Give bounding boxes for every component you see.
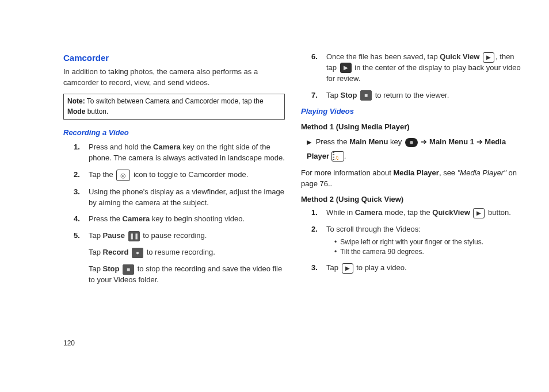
step-text: key to begin shooting video. [150, 214, 245, 223]
step-text: Tap [89, 264, 103, 273]
record-icon: ● [132, 248, 143, 258]
steps-list-recording: 1. Press and hold the Camera key on the … [63, 142, 285, 286]
media-player-icon [331, 151, 344, 162]
ref-text: For more information about [301, 168, 393, 177]
step-text: to resume recording. [147, 248, 215, 256]
arrow-1: ➔ [421, 137, 429, 146]
press-dot: . [344, 152, 346, 160]
step-text: Press and hold the [89, 143, 153, 151]
play-outline-icon: ▶ [473, 208, 485, 218]
step-text: While in [326, 208, 355, 217]
play-filled-icon: ▶ [340, 63, 352, 73]
play-outline-icon: ▶ [483, 52, 494, 63]
scroll-options-list: Swipe left or right with your finger or … [326, 237, 523, 258]
method-2-heading: Method 2 (Using Quick View) [301, 194, 523, 205]
right-column: 6. Once the file has been saved, tap Qui… [301, 52, 523, 291]
step-number: 3. [74, 187, 80, 198]
method-1-instruction: ▶ Press the Main Menu key ➔ Main Menu 1 … [307, 135, 523, 163]
method-1-heading: Method 1 (Using Media Player) [301, 122, 523, 133]
step-text: To scroll through the Videos: [326, 225, 421, 233]
step-5: 5. Tap Pause ❚❚ to pause recording. Tap … [77, 230, 285, 285]
step-text: Tap [89, 231, 103, 240]
stop-icon: ■ [360, 90, 372, 101]
step-number: 7. [311, 90, 318, 101]
subheading-playing: Playing Videos [301, 106, 523, 117]
step-number: 1. [311, 207, 318, 218]
step-5-stop-line: Tap Stop ■ to stop the recording and sav… [89, 264, 285, 286]
step-1: 1. Press and hold the Camera key on the … [77, 142, 285, 164]
note-text-2: button. [85, 107, 108, 116]
step-4: 4. Press the Camera key to begin shootin… [77, 214, 285, 225]
steps-list-quickview: 1. While in Camera mode, tap the QuickVi… [301, 207, 523, 274]
step-text: Tap [326, 91, 341, 99]
step-text: to return to the viewer. [375, 91, 449, 99]
pointer-icon: ▶ [307, 139, 311, 145]
step-5-record-line: Tap Record ● to resume recording. [89, 247, 285, 258]
subheading-recording: Recording a Video [63, 128, 285, 139]
section-heading-camcorder: Camcorder [63, 52, 285, 64]
note-mode-word: Mode [67, 107, 85, 116]
step-number: 1. [74, 142, 80, 153]
qv-step-1: 1. While in Camera mode, tap the QuickVi… [315, 207, 523, 218]
page-number: 120 [63, 339, 75, 347]
note-box: Note: To switch between Camera and Camco… [63, 94, 285, 120]
note-label: Note: [67, 97, 85, 105]
press-text: key [388, 137, 403, 146]
steps-list-continued: 6. Once the file has been saved, tap Qui… [301, 52, 523, 101]
qv-step-2: 2. To scroll through the Videos: Swipe l… [315, 224, 523, 258]
step-bold: Camera [123, 214, 150, 223]
step-bold: QuickView [432, 208, 470, 217]
step-bold: Camera [153, 143, 181, 151]
play-outline-icon: ▶ [342, 263, 353, 274]
step-bold: Pause [103, 231, 125, 240]
step-2: 2. Tap the ◎ icon to toggle to Camcorder… [77, 170, 285, 181]
step-number: 4. [74, 214, 80, 225]
step-bold: Stop [341, 91, 357, 99]
step-text: in the center of the display to play bac… [326, 63, 521, 83]
step-text: button. [488, 208, 511, 217]
step-bold: Quick View [440, 52, 479, 61]
ref-italic: "Media Player" [458, 168, 506, 177]
step-number: 2. [74, 170, 80, 180]
pause-icon: ❚❚ [128, 231, 140, 241]
step-text: to play a video. [356, 263, 406, 272]
qv-step-3: 3. Tap ▶ to play a video. [315, 263, 523, 274]
step-text: Press the [89, 214, 123, 223]
list-item: Swipe left or right with your finger or … [334, 237, 523, 247]
step-6: 6. Once the file has been saved, tap Qui… [315, 52, 523, 84]
arrow-2: ➔ [474, 137, 485, 146]
step-text: icon to toggle to Camcorder mode. [134, 170, 248, 179]
list-item: Tilt the camera 90 degrees. [334, 247, 523, 257]
step-bold: Stop [103, 264, 120, 273]
step-7: 7. Tap Stop ■ to return to the viewer. [315, 90, 523, 101]
press-text: Press the [316, 137, 350, 146]
step-bold: Camera [355, 208, 383, 217]
lead-paragraph: In addition to taking photos, the camera… [63, 67, 285, 89]
step-3: 3. Using the phone's display as a viewfi… [77, 187, 285, 209]
step-number: 3. [311, 263, 318, 274]
step-bold: Record [103, 248, 129, 256]
left-column: Camcorder In addition to taking photos, … [63, 52, 285, 291]
step-number: 5. [74, 230, 80, 241]
press-bold: Main Menu 1 [429, 137, 474, 146]
press-bold: Main Menu [349, 137, 388, 146]
step-text: Tap [89, 248, 103, 256]
reference-line: For more information about Media Player,… [301, 168, 523, 190]
step-number: 6. [311, 52, 318, 63]
step-text: to pause recording. [143, 231, 207, 240]
ref-bold: Media Player [393, 168, 439, 177]
camcorder-toggle-icon: ◎ [116, 170, 130, 181]
step-text: mode, tap the [383, 208, 433, 217]
ref-text: , see [439, 168, 458, 177]
step-number: 2. [311, 224, 318, 235]
note-text-1: To switch between Camera and Camcorder m… [85, 97, 264, 105]
step-text: Using the phone's display as a viewfinde… [89, 187, 284, 207]
main-menu-key-icon [405, 138, 418, 147]
step-text: Once the file has been saved, tap [326, 52, 440, 61]
stop-icon: ■ [123, 264, 134, 275]
step-text: Tap the [89, 170, 115, 179]
step-text: Tap [326, 263, 341, 272]
document-page: Camcorder In addition to taking photos, … [0, 0, 549, 291]
